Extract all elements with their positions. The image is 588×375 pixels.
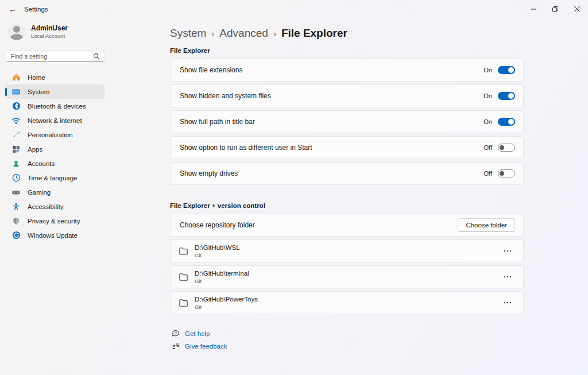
repo-more-button[interactable] bbox=[500, 248, 515, 254]
sidebar-item-label: Accounts bbox=[28, 160, 55, 167]
setting-label: Choose repository folder bbox=[180, 221, 458, 229]
windows-update-icon bbox=[11, 231, 21, 240]
setting-row-show-hidden-system-files: Show hidden and system files On bbox=[170, 84, 524, 107]
back-arrow-icon: ← bbox=[9, 5, 17, 14]
close-button[interactable] bbox=[566, 0, 588, 18]
search-box bbox=[6, 51, 105, 62]
setting-label: Show full path in title bar bbox=[180, 118, 483, 126]
sidebar: AdminUser Local Account Home System Bl bbox=[0, 18, 167, 375]
toggle-state-label: Off bbox=[484, 170, 492, 177]
give-feedback-link[interactable]: Give feedback bbox=[171, 341, 524, 352]
back-button[interactable]: ← bbox=[3, 1, 22, 17]
personalization-icon bbox=[11, 130, 21, 140]
sidebar-item-personalization[interactable]: Personalization bbox=[5, 127, 105, 142]
setting-row-show-file-extensions: Show file extensions On bbox=[170, 59, 524, 82]
toggle-knob bbox=[508, 93, 514, 99]
setting-row-show-full-path: Show full path in title bar On bbox=[170, 110, 524, 133]
sidebar-item-label: Gaming bbox=[28, 189, 51, 196]
sidebar-item-label: Time & language bbox=[28, 175, 78, 181]
breadcrumb-system[interactable]: System bbox=[170, 27, 206, 40]
breadcrumb-advanced[interactable]: Advanced bbox=[219, 27, 268, 40]
section-title-version-control: File Explorer + version control bbox=[170, 202, 524, 210]
toggle-knob bbox=[500, 145, 504, 150]
sidebar-nav: Home System Bluetooth & devices Network … bbox=[5, 70, 105, 242]
toggle-show-file-extensions[interactable] bbox=[498, 66, 515, 74]
choose-folder-button[interactable]: Choose folder bbox=[458, 218, 515, 232]
section-title-file-explorer: File Explorer bbox=[170, 47, 524, 55]
setting-label: Show option to run as different user in … bbox=[180, 144, 484, 152]
toggle-show-full-path[interactable] bbox=[498, 118, 515, 126]
sidebar-item-label: Personalization bbox=[28, 132, 73, 138]
toggle-state-label: On bbox=[483, 92, 492, 99]
sidebar-item-bluetooth-devices[interactable]: Bluetooth & devices bbox=[5, 99, 105, 113]
repo-row-powertoys: D:\GitHub\PowerToys Git bbox=[170, 291, 524, 314]
bluetooth-icon bbox=[11, 102, 21, 111]
setting-row-choose-repository-folder: Choose repository folder Choose folder bbox=[170, 214, 524, 237]
gaming-icon bbox=[11, 188, 21, 197]
user-name: AdminUser bbox=[31, 24, 68, 33]
sidebar-item-label: Apps bbox=[28, 146, 42, 153]
restore-button[interactable] bbox=[544, 0, 566, 18]
main-content: System › Advanced › File Explorer File E… bbox=[170, 18, 524, 352]
privacy-shield-icon bbox=[11, 217, 21, 226]
network-icon bbox=[11, 116, 21, 125]
setting-row-run-as-different-user: Show option to run as different user in … bbox=[170, 136, 524, 159]
repo-path: D:\GitHub\WSL bbox=[195, 243, 500, 252]
sidebar-item-network-internet[interactable]: Network & internet bbox=[5, 113, 105, 127]
more-icon bbox=[504, 276, 512, 278]
toggle-state-label: Off bbox=[484, 144, 492, 151]
sidebar-item-home[interactable]: Home bbox=[5, 70, 105, 84]
home-icon bbox=[11, 73, 21, 82]
setting-label: Show empty drives bbox=[180, 169, 484, 177]
setting-label: Show hidden and system files bbox=[180, 92, 483, 100]
repo-row-wsl: D:\GitHub\WSL Git bbox=[170, 239, 524, 262]
repo-more-button[interactable] bbox=[500, 273, 515, 280]
titlebar: ← Settings bbox=[0, 0, 588, 18]
user-account[interactable]: AdminUser Local Account bbox=[8, 23, 167, 40]
sidebar-item-system[interactable]: System bbox=[5, 84, 105, 99]
user-account-type: Local Account bbox=[31, 33, 68, 40]
folder-icon bbox=[179, 272, 188, 282]
sidebar-item-label: Privacy & security bbox=[28, 218, 80, 225]
sidebar-item-apps[interactable]: Apps bbox=[5, 142, 105, 156]
sidebar-item-windows-update[interactable]: Windows Update bbox=[5, 228, 105, 242]
sidebar-item-accessibility[interactable]: Accessibility bbox=[5, 199, 105, 214]
minimize-icon bbox=[531, 6, 536, 12]
repo-subtitle: Git bbox=[195, 252, 500, 259]
search-input[interactable] bbox=[6, 53, 93, 60]
chevron-right-icon: › bbox=[273, 28, 276, 38]
chevron-right-icon: › bbox=[211, 28, 214, 38]
give-feedback-label: Give feedback bbox=[185, 343, 227, 350]
toggle-knob bbox=[508, 119, 514, 125]
sidebar-item-gaming[interactable]: Gaming bbox=[5, 185, 105, 199]
repo-row-terminal: D:\GitHub\terminal Git bbox=[170, 265, 524, 288]
sidebar-item-accounts[interactable]: Accounts bbox=[5, 156, 105, 171]
sidebar-item-privacy-security[interactable]: Privacy & security bbox=[5, 214, 105, 228]
toggle-knob bbox=[508, 67, 514, 73]
repo-more-button[interactable] bbox=[500, 299, 515, 306]
breadcrumb-current-page: File Explorer bbox=[281, 27, 347, 40]
setting-label: Show file extensions bbox=[180, 66, 483, 74]
breadcrumb: System › Advanced › File Explorer bbox=[170, 25, 524, 41]
toggle-show-hidden-system-files[interactable] bbox=[498, 92, 515, 100]
get-help-icon bbox=[171, 330, 180, 338]
search-icon bbox=[93, 53, 100, 60]
get-help-link[interactable]: Get help bbox=[171, 328, 524, 339]
toggle-show-empty-drives[interactable] bbox=[498, 169, 515, 177]
system-icon bbox=[11, 87, 21, 96]
folder-icon bbox=[179, 298, 188, 308]
sidebar-item-label: System bbox=[28, 88, 49, 95]
give-feedback-icon bbox=[171, 342, 180, 350]
sidebar-item-label: Windows Update bbox=[28, 232, 78, 239]
avatar bbox=[8, 23, 25, 40]
get-help-label: Get help bbox=[185, 330, 210, 337]
window-controls bbox=[523, 0, 588, 18]
toggle-run-as-different-user[interactable] bbox=[498, 144, 515, 152]
apps-icon bbox=[11, 145, 21, 154]
toggle-state-label: On bbox=[483, 67, 492, 74]
minimize-button[interactable] bbox=[523, 0, 544, 18]
sidebar-item-label: Home bbox=[28, 74, 45, 81]
repo-path: D:\GitHub\PowerToys bbox=[195, 295, 500, 303]
sidebar-item-time-language[interactable]: Time & language bbox=[5, 171, 105, 185]
accessibility-icon bbox=[11, 202, 21, 211]
